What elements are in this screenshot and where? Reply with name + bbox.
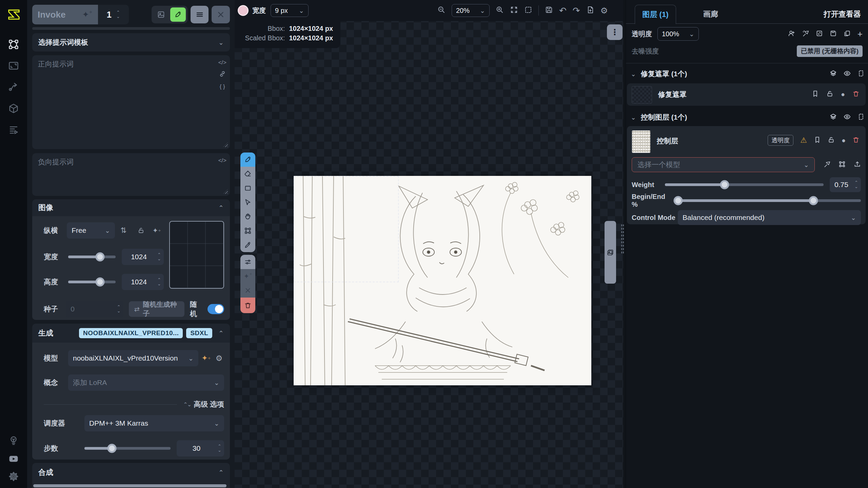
weight-input[interactable]: 0.75 ⌃⌄ — [830, 177, 861, 192]
optimize-size-icon[interactable]: ✦✧ — [150, 226, 164, 235]
lora-select[interactable]: 添加 LoRA ⌄ — [68, 374, 224, 391]
control-model-select[interactable]: 选择一个模型 ⌄ — [632, 157, 815, 172]
brush-color-swatch[interactable] — [239, 6, 248, 15]
filters-tool[interactable] — [240, 255, 255, 269]
open-viewer-button[interactable]: 打开查看器 — [824, 5, 861, 24]
slider-knob[interactable] — [720, 180, 729, 189]
model-gear-icon[interactable]: ⚙ — [214, 354, 224, 363]
prompt-embedding-icon[interactable]: </> — [218, 157, 226, 164]
inpaint-section-header[interactable]: ⌄ 修复遮罩 (1个) — [631, 68, 865, 80]
send-to-gallery-icon[interactable] — [153, 7, 169, 22]
send-to-canvas-icon[interactable] — [170, 7, 186, 22]
prompt-curly-braces-icon[interactable]: { } — [220, 83, 225, 90]
slider-knob[interactable] — [95, 278, 104, 287]
prompt-link-icon[interactable] — [219, 71, 225, 79]
merge-visible-icon[interactable] — [788, 30, 795, 38]
steps-slider[interactable] — [84, 447, 171, 450]
model-select[interactable]: noobaiXLNAIXL_vPred10Version ⌄ — [68, 350, 198, 366]
layers-icon[interactable] — [830, 113, 837, 122]
eye-icon[interactable] — [844, 70, 851, 78]
delete-layer-button[interactable] — [240, 298, 255, 313]
steps-input[interactable]: 30 ⌃⌄ — [177, 440, 224, 456]
transform-layer-icon[interactable] — [816, 30, 823, 38]
menu-button[interactable] — [191, 6, 209, 23]
height-slider[interactable] — [68, 281, 116, 283]
control-layer-card[interactable]: 控制层 透明度 ⚠ ● 选择一个模型 ⌄ Weight — [627, 126, 866, 224]
upload-icon[interactable] — [854, 161, 861, 169]
save-layer-icon[interactable] — [830, 30, 837, 38]
move-tool[interactable] — [240, 195, 255, 209]
random-toggle[interactable] — [208, 304, 224, 314]
unlock-icon[interactable] — [828, 136, 835, 145]
randomize-seed-button[interactable]: ⇄ 随机生成种子 — [129, 301, 184, 317]
model-default-settings-icon[interactable]: ✦✧ — [198, 354, 214, 363]
bbox-tool[interactable] — [240, 224, 255, 238]
swap-dimensions-icon[interactable]: ⇅ — [115, 226, 132, 235]
tab-gallery[interactable]: 画廊 — [694, 5, 728, 24]
prompt-template-select[interactable]: 选择提示词模板 ⌄ — [32, 33, 230, 52]
negative-prompt-box[interactable]: 负向提示词 </> — [32, 153, 230, 196]
fit-bbox-icon[interactable] — [839, 161, 846, 169]
undo-icon[interactable]: ↶ — [559, 5, 567, 16]
queue-count-stepper[interactable]: 1 ⌃⌄ — [98, 5, 129, 24]
slider-knob[interactable] — [107, 444, 117, 453]
opacity-select[interactable]: 100% ⌄ — [657, 27, 699, 41]
aspect-select[interactable]: Free ⌄ — [67, 222, 115, 239]
zoom-in-icon[interactable] — [496, 6, 504, 15]
fit-bbox-icon[interactable] — [524, 6, 532, 15]
canvas-settings-icon[interactable]: ⚙ — [600, 6, 608, 16]
canvas-menu-button[interactable]: ⋮ — [607, 24, 623, 40]
positive-prompt-box[interactable]: 正向提示词 </> { } — [32, 55, 230, 149]
new-session-icon[interactable] — [586, 6, 594, 15]
height-input[interactable]: 1024 ⌃⌄ — [122, 274, 164, 290]
crop-frame-icon[interactable] — [857, 113, 865, 122]
rect-tool[interactable] — [240, 181, 255, 195]
eye-icon[interactable] — [844, 113, 851, 122]
fit-to-canvas-icon[interactable] — [510, 6, 518, 15]
width-slider[interactable] — [68, 256, 116, 258]
save-icon[interactable] — [545, 6, 553, 15]
filter-wand-icon[interactable] — [823, 161, 830, 169]
eraser-tool[interactable] — [240, 167, 255, 181]
resize-handle[interactable] — [223, 189, 228, 194]
scheduler-select[interactable]: DPM++ 3M Karras ⌄ — [84, 415, 224, 431]
prompt-embedding-icon[interactable]: </> — [218, 59, 226, 66]
duplicate-layer-icon[interactable] — [844, 30, 851, 38]
brush-width-select[interactable]: 9 px ⌄ — [271, 4, 309, 17]
panel-resize-handle[interactable] — [621, 224, 624, 254]
layer-opacity-chip[interactable]: 透明度 — [768, 135, 793, 146]
mask-fill-icon[interactable]: ● — [841, 90, 845, 98]
nav-canvas-icon[interactable] — [0, 35, 27, 54]
unlock-icon[interactable] — [826, 90, 833, 99]
delete-icon[interactable] — [852, 90, 860, 99]
invoke-button[interactable]: Invoke ✦✧ — [32, 5, 98, 24]
brush-tool[interactable] — [240, 152, 255, 167]
generation-bbox[interactable] — [294, 176, 399, 282]
seed-input[interactable]: 0 ⌃⌄ — [66, 301, 123, 317]
youtube-icon[interactable] — [0, 449, 27, 468]
support-icon[interactable] — [0, 431, 27, 450]
cancel-process-button[interactable] — [240, 283, 255, 298]
cancel-button[interactable] — [212, 6, 230, 23]
nav-upscale-icon[interactable] — [0, 56, 27, 75]
nav-workflows-icon[interactable] — [0, 78, 27, 97]
mask-fill-icon[interactable]: ● — [842, 137, 846, 144]
redo-icon[interactable]: ↷ — [573, 5, 580, 16]
tab-layers[interactable]: 图层 (1) — [635, 5, 676, 24]
begin-knob[interactable] — [674, 196, 683, 205]
settings-icon[interactable] — [0, 467, 27, 486]
control-mode-select[interactable]: Balanced (recommended) ⌄ — [678, 210, 861, 225]
delete-icon[interactable] — [852, 136, 860, 145]
filter-layer-icon[interactable] — [802, 30, 809, 38]
bookmark-icon[interactable] — [814, 136, 821, 145]
zoom-level-select[interactable]: 20% ⌄ — [452, 4, 490, 17]
inpaint-layer-row[interactable]: 修复遮罩 ● — [627, 83, 866, 106]
nav-models-icon[interactable] — [0, 99, 27, 118]
staging-area-tab[interactable] — [605, 221, 616, 284]
pan-tool[interactable] — [240, 209, 255, 224]
nav-queue-icon[interactable] — [0, 120, 27, 139]
layers-icon[interactable] — [830, 70, 837, 78]
lock-aspect-icon[interactable] — [132, 227, 150, 234]
compositing-section-header[interactable]: 合成 ⌃ — [32, 463, 230, 482]
weight-slider[interactable] — [665, 183, 824, 186]
